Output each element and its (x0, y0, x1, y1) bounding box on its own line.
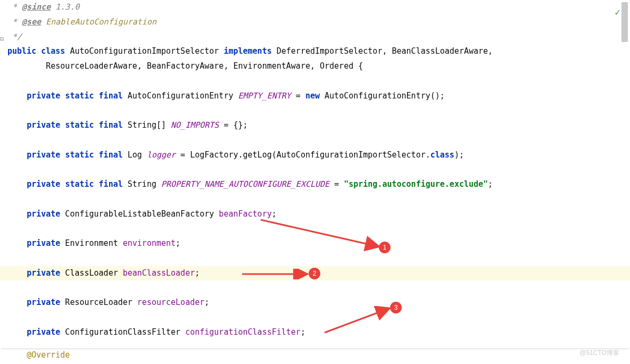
code-line[interactable]: private static final String PROPERTY_NAM… (7, 177, 630, 192)
code-line[interactable] (7, 192, 630, 207)
code-line[interactable] (7, 310, 630, 325)
override-annotation: @Override (27, 350, 70, 360)
field-config-class-filter: configurationClassFilter (185, 327, 301, 337)
field-resource-loader: resourceLoader (137, 297, 204, 307)
code-line[interactable]: private Environment environment; (7, 236, 630, 251)
code-line[interactable]: ResourceLoaderAware, BeanFactoryAware, E… (7, 59, 630, 74)
code-line[interactable]: * @see EnableAutoConfiguration (7, 15, 630, 30)
field-logger: logger (147, 150, 176, 160)
field-prop-exclude: PROPERTY_NAME_AUTOCONFIGURE_EXCLUDE (161, 179, 329, 189)
code-line[interactable] (7, 340, 630, 354)
code-line[interactable]: * @since 1.3.0 (7, 0, 630, 15)
scrollbar-thumb[interactable] (621, 2, 628, 42)
code-line[interactable] (7, 221, 630, 236)
code-line[interactable]: private static final Log logger = LogFac… (7, 148, 630, 163)
code-editor[interactable]: ✓ * @since 1.3.0 * @see EnableAutoConfig… (0, 0, 630, 364)
code-line[interactable]: private ConfigurationClassFilter configu… (7, 325, 630, 340)
code-line[interactable]: private ResourceLoader resourceLoader; (7, 295, 630, 310)
code-line[interactable] (7, 280, 630, 295)
code-line-highlighted[interactable]: private ClassLoader beanClassLoader; (0, 266, 630, 281)
fold-icon[interactable]: ⊟ (0, 33, 4, 45)
code-line[interactable]: */ (7, 30, 630, 45)
code-line[interactable] (7, 74, 630, 89)
field-no-imports: NO_IMPORTS (171, 120, 219, 130)
code-line[interactable]: private static final AutoConfigurationEn… (7, 89, 630, 104)
code-line[interactable]: private ConfigurableListableBeanFactory … (7, 207, 630, 222)
code-line[interactable]: public class AutoConfigurationImportSele… (7, 44, 630, 59)
code-line[interactable] (7, 251, 630, 266)
code-line[interactable] (7, 162, 630, 177)
code-line[interactable] (7, 103, 630, 118)
javadoc-see-tag: @see (22, 17, 41, 27)
javadoc-since-tag: @since (22, 2, 51, 12)
code-line[interactable]: private static final String[] NO_IMPORTS… (7, 118, 630, 133)
watermark: @51CTO博客 (579, 347, 619, 359)
divider (1, 349, 629, 349)
scrollbar-track[interactable] (621, 0, 628, 364)
field-environment: environment (123, 238, 176, 248)
field-bean-factory: beanFactory (219, 209, 271, 219)
javadoc-link[interactable]: EnableAutoConfiguration (46, 17, 156, 27)
field-empty-entry: EMPTY_ENTRY (238, 91, 291, 101)
code-line[interactable] (7, 133, 630, 148)
code-line[interactable]: @Override (7, 348, 70, 363)
field-bean-class-loader: beanClassLoader (123, 268, 195, 278)
inspection-ok-icon[interactable]: ✓ (615, 3, 620, 21)
